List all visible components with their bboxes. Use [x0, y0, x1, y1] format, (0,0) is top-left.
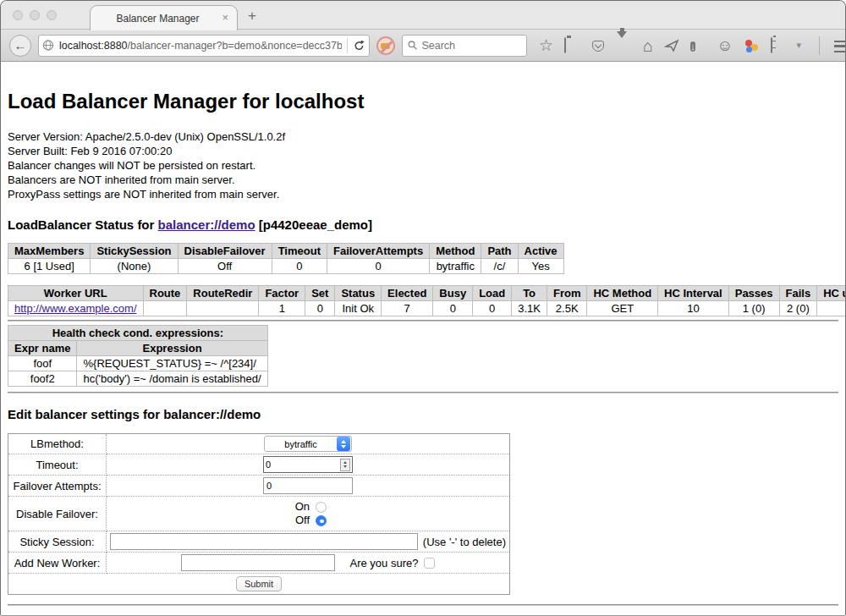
url-bar-divider: [347, 38, 348, 53]
downloads-icon[interactable]: [617, 38, 632, 53]
col-route: Route: [143, 286, 187, 301]
val-method: bytraffic: [430, 259, 481, 274]
val-timeout: 0: [272, 259, 327, 274]
close-window-button[interactable]: [13, 10, 23, 20]
divider: [8, 392, 838, 393]
tab-close-icon[interactable]: ×: [222, 11, 228, 24]
save-to-device-icon[interactable]: ↓: [690, 38, 706, 53]
new-tab-button[interactable]: +: [248, 8, 256, 25]
server-built-line: Server Built: Feb 9 2016 07:00:20: [8, 144, 838, 158]
val-from: 2.5K: [547, 301, 587, 316]
search-input[interactable]: [421, 40, 521, 52]
sticky-session-input[interactable]: [110, 533, 418, 550]
table-caption-row: Health check cond. expressions:: [8, 326, 268, 341]
val-hc-method: GET: [587, 301, 658, 316]
back-arrow-icon: ←: [14, 38, 27, 52]
navigation-toolbar: ← localhost:8880/balancer-manager?b=demo…: [1, 30, 845, 62]
url-path: /balancer-manager?b=demo&nonce=decc37be-…: [128, 40, 343, 52]
val-expr-name: foof2: [8, 371, 77, 387]
page-content: Load Balancer Manager for localhost Serv…: [1, 62, 845, 606]
col-busy: Busy: [433, 286, 473, 301]
col-active: Active: [518, 244, 563, 259]
persist-note-line: Balancer changes will NOT be persisted o…: [8, 158, 838, 173]
home-icon[interactable]: ⌂: [643, 37, 653, 54]
table-header-row: Worker URL Route RouteRedir Factor Set S…: [8, 286, 846, 301]
back-button[interactable]: ←: [9, 35, 31, 57]
failover-attempts-row: Failover Attempts:: [8, 476, 510, 497]
col-from: From: [547, 286, 587, 301]
col-set: Set: [305, 286, 335, 301]
val-set: 0: [305, 301, 335, 316]
url-bar[interactable]: localhost:8880/balancer-manager?b=demo&n…: [38, 35, 370, 57]
select-stepper-icon: [337, 437, 350, 451]
col-to: To: [512, 286, 547, 301]
failover-attempts-input[interactable]: [263, 477, 353, 494]
tab-title: Balancer Manager: [116, 13, 199, 25]
col-expr-name: Expr name: [8, 341, 77, 356]
number-spinner-icon[interactable]: [340, 459, 350, 471]
proxypass-note-line: ProxyPass settings are NOT inherited fro…: [8, 187, 838, 201]
sticky-session-label: Sticky Session:: [8, 531, 107, 553]
val-status: Init Ok: [335, 301, 382, 316]
disable-failover-off-radio[interactable]: [316, 515, 327, 526]
reading-list-icon[interactable]: [564, 38, 580, 53]
divider: [8, 320, 838, 322]
disable-failover-on-radio[interactable]: [316, 502, 327, 513]
send-tab-icon[interactable]: [664, 38, 679, 53]
server-version-line: Server Version: Apache/2.5.0-dev (Unix) …: [8, 129, 838, 144]
col-status: Status: [335, 286, 382, 301]
pocket-icon[interactable]: [591, 38, 606, 53]
extension-colored-dots-icon[interactable]: [744, 38, 760, 53]
status-heading-prefix: LoadBalancer Status for: [8, 217, 158, 232]
val-disablefailover: Off: [178, 259, 272, 274]
val-stickysession: (None): [91, 259, 178, 274]
col-hc-uri: HC uri: [817, 286, 846, 301]
reload-icon[interactable]: [353, 39, 365, 52]
submit-button[interactable]: Submit: [236, 576, 282, 591]
val-passes: 1 (0): [728, 301, 779, 316]
menu-hamburger-icon[interactable]: [834, 41, 846, 52]
timeout-row: Timeout:: [8, 454, 510, 476]
timeout-input[interactable]: [266, 459, 340, 470]
search-bar[interactable]: [402, 35, 527, 57]
val-route: [143, 301, 187, 316]
bookmark-star-icon[interactable]: ☆: [539, 37, 553, 53]
val-active: Yes: [518, 259, 563, 274]
table-row: foof %{REQUEST_STATUS} =~ /^[234]/: [8, 356, 268, 371]
table-row: foof2 hc('body') =~ /domain is establish…: [8, 371, 268, 387]
val-load: 0: [473, 301, 512, 316]
are-you-sure-checkbox[interactable]: [424, 558, 435, 569]
page-title: Load Balancer Manager for localhost: [8, 90, 838, 113]
content-blocked-icon[interactable]: [376, 36, 395, 55]
val-maxmembers: 6 [1 Used]: [8, 259, 91, 274]
col-disablefailover: DisableFailover: [178, 244, 272, 259]
minimize-window-button[interactable]: [30, 10, 40, 20]
failover-attempts-label: Failover Attempts:: [8, 476, 107, 497]
col-factor: Factor: [259, 286, 305, 301]
col-fails: Fails: [779, 286, 817, 301]
table-row: 6 [1 Used] (None) Off 0 0 bytraffic /c/ …: [8, 259, 564, 274]
forum-smiley-icon[interactable]: ☺: [717, 37, 733, 53]
health-table-caption: Health check cond. expressions:: [8, 326, 268, 341]
search-icon: [408, 40, 417, 51]
add-worker-input[interactable]: [181, 554, 335, 571]
container-battery-icon[interactable]: [771, 38, 786, 53]
lbmethod-select[interactable]: bytraffic: [264, 436, 352, 452]
balancer-demo-link[interactable]: balancer://demo: [158, 217, 255, 232]
val-elected: 7: [382, 301, 433, 316]
col-passes: Passes: [728, 286, 779, 301]
url-text: localhost:8880/balancer-manager?b=demo&n…: [59, 40, 342, 52]
timeout-input-wrap: [263, 456, 353, 473]
zoom-window-button[interactable]: [47, 10, 57, 20]
tab-balancer-manager[interactable]: Balancer Manager ×: [90, 5, 238, 30]
worker-url-link[interactable]: http://www.example.com/: [14, 302, 137, 315]
tab-strip: Balancer Manager × +: [1, 1, 845, 30]
col-path: Path: [481, 244, 518, 259]
sticky-session-hint: (Use '-' to delete): [423, 536, 506, 548]
overflow-caret-icon[interactable]: ▾: [797, 41, 802, 50]
val-expr-name: foof: [8, 356, 77, 371]
col-worker-url: Worker URL: [8, 286, 144, 301]
toolbar-divider: [819, 36, 820, 55]
val-to: 3.1K: [512, 301, 547, 316]
sticky-session-row: Sticky Session: (Use '-' to delete): [8, 531, 510, 553]
